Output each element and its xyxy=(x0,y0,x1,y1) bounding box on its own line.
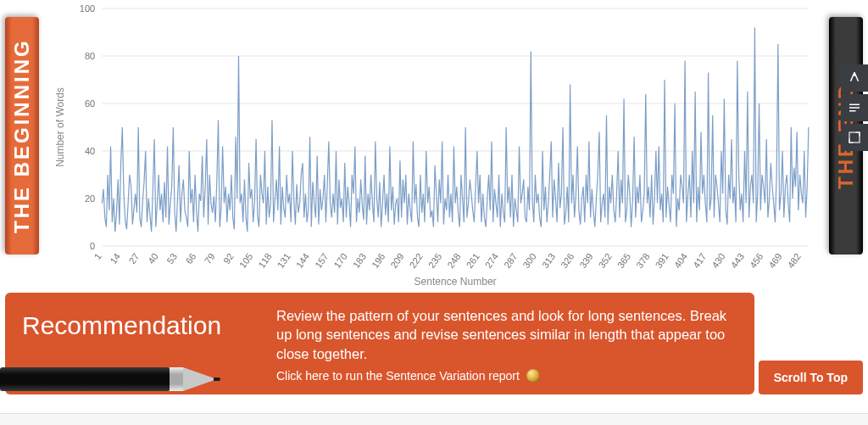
svg-text:469: 469 xyxy=(766,251,783,270)
svg-text:274: 274 xyxy=(483,251,500,270)
svg-text:391: 391 xyxy=(653,251,670,270)
svg-text:456: 456 xyxy=(748,251,765,270)
svg-text:183: 183 xyxy=(351,251,368,270)
svg-text:144: 144 xyxy=(294,251,311,270)
branch-icon xyxy=(847,70,862,86)
svg-text:92: 92 xyxy=(221,251,236,266)
svg-text:482: 482 xyxy=(786,251,803,270)
svg-text:378: 378 xyxy=(634,251,651,270)
svg-text:100: 100 xyxy=(80,3,95,14)
svg-text:40: 40 xyxy=(146,251,160,266)
svg-text:339: 339 xyxy=(577,251,594,270)
svg-text:118: 118 xyxy=(256,251,273,270)
svg-text:352: 352 xyxy=(597,251,614,270)
svg-rect-52 xyxy=(849,132,860,143)
svg-text:300: 300 xyxy=(520,251,537,270)
svg-text:60: 60 xyxy=(85,98,95,109)
svg-text:20: 20 xyxy=(85,193,95,204)
svg-text:365: 365 xyxy=(615,251,632,270)
svg-text:170: 170 xyxy=(331,251,348,270)
horizontal-scrollbar[interactable] xyxy=(0,413,868,425)
svg-text:326: 326 xyxy=(559,251,576,270)
expand-icon xyxy=(847,130,862,145)
svg-text:222: 222 xyxy=(408,251,425,270)
svg-text:287: 287 xyxy=(502,251,519,270)
svg-text:131: 131 xyxy=(275,251,292,270)
svg-text:1: 1 xyxy=(92,251,103,261)
svg-text:443: 443 xyxy=(729,251,746,270)
side-toolbar xyxy=(841,64,868,151)
svg-text:105: 105 xyxy=(237,251,254,270)
sentence-length-chart: 0204060801001142740536679921051181311441… xyxy=(42,0,826,288)
svg-text:157: 157 xyxy=(313,251,330,270)
recommendation-body: Review the pattern of your sentences and… xyxy=(276,306,737,381)
tool-expand-button[interactable] xyxy=(841,124,868,151)
run-report-link-text: Click here to run the Sentence Variation… xyxy=(276,368,520,384)
run-report-link[interactable]: Click here to run the Sentence Variation… xyxy=(276,368,737,384)
report-badge-icon xyxy=(526,369,540,383)
book-spine-beginning: THE BEGINNING xyxy=(5,17,39,254)
recommendation-panel: Recommendation Review the pattern of you… xyxy=(5,293,754,394)
svg-text:209: 209 xyxy=(388,251,405,270)
chart-area: THE BEGINNING 02040608010011427405366799… xyxy=(5,0,863,288)
svg-text:261: 261 xyxy=(464,251,481,270)
svg-text:196: 196 xyxy=(370,251,387,270)
recommendation-title: Recommendation xyxy=(22,306,276,381)
svg-text:80: 80 xyxy=(85,51,95,61)
list-icon xyxy=(847,100,862,115)
svg-text:404: 404 xyxy=(672,251,689,270)
recommendation-text: Review the pattern of your sentences and… xyxy=(276,308,726,361)
svg-text:430: 430 xyxy=(709,251,726,270)
svg-text:79: 79 xyxy=(203,251,217,266)
tool-branch-button[interactable] xyxy=(841,64,868,92)
tool-list-button[interactable] xyxy=(841,94,868,121)
svg-text:Sentence Number: Sentence Number xyxy=(415,276,497,288)
svg-text:0: 0 xyxy=(90,241,95,251)
svg-text:313: 313 xyxy=(540,251,557,270)
svg-text:27: 27 xyxy=(127,251,142,266)
svg-text:417: 417 xyxy=(691,251,708,270)
svg-text:40: 40 xyxy=(85,146,95,156)
svg-text:248: 248 xyxy=(445,251,462,270)
svg-text:14: 14 xyxy=(108,251,122,266)
scroll-to-top-button[interactable]: Scroll To Top xyxy=(759,361,863,394)
svg-text:Number of Words: Number of Words xyxy=(54,87,66,167)
svg-text:235: 235 xyxy=(426,251,443,270)
svg-text:53: 53 xyxy=(164,251,179,266)
svg-text:66: 66 xyxy=(184,251,198,266)
